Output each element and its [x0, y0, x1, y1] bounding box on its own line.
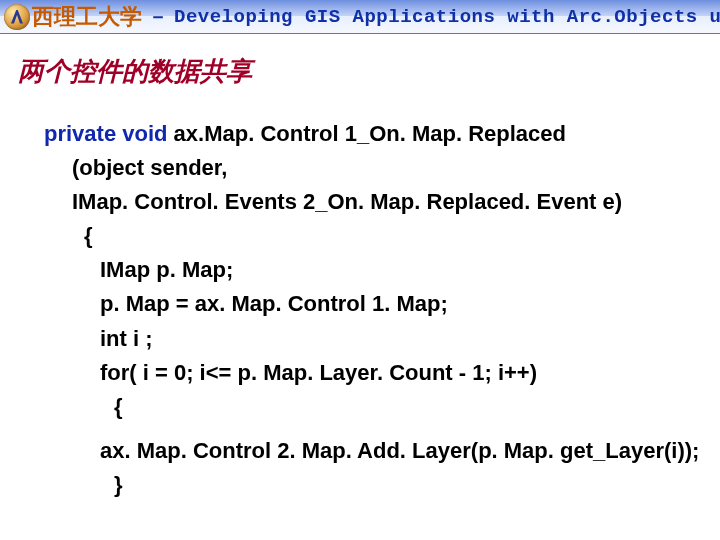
code-line: int i ; [44, 322, 720, 356]
section-title: 两个控件的数据共享 [18, 54, 720, 89]
header-university-name: 西理工大学 [32, 2, 142, 32]
code-text: ax.Map. Control 1_On. Map. Replaced [167, 121, 566, 146]
slide-header: 西理工大学 － Developing GIS Applications with… [0, 0, 720, 34]
code-block: private void ax.Map. Control 1_On. Map. … [44, 117, 720, 502]
code-line: for( i = 0; i<= p. Map. Layer. Count - 1… [44, 356, 720, 390]
code-line: IMap p. Map; [44, 253, 720, 287]
code-line: (object sender, [44, 151, 720, 185]
code-line: p. Map = ax. Map. Control 1. Map; [44, 287, 720, 321]
code-line: } [44, 468, 720, 502]
university-logo [4, 4, 30, 30]
header-separator: － [142, 3, 174, 30]
blank-line [44, 424, 720, 434]
code-line: IMap. Control. Events 2_On. Map. Replace… [44, 185, 720, 219]
code-line: private void ax.Map. Control 1_On. Map. … [44, 117, 720, 151]
code-keyword: private void [44, 121, 167, 146]
header-course-title: Developing GIS Applications with Arc.Obj… [174, 6, 720, 28]
code-line: { [44, 219, 720, 253]
code-line: ax. Map. Control 2. Map. Add. Layer(p. M… [44, 434, 720, 468]
code-line: { [44, 390, 720, 424]
